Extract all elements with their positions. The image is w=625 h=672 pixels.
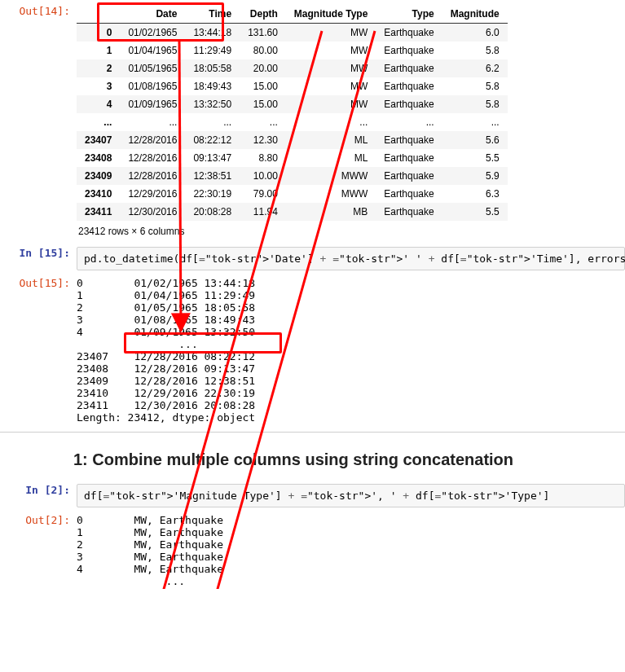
table-row: 2340812/28/201609:13:478.80MLEarthquake5… [77,149,508,167]
table-row: 2341012/29/201622:30:1979.00MWWEarthquak… [77,185,508,203]
prompt-in-15: In [15]: [3,244,77,259]
prompt-out-15: Out[15]: [3,274,77,289]
cell-out-15: Out[15]: 0 01/02/1965 13:44:18 1 01/04/1… [0,272,625,425]
table-row: ..................... [77,113,508,131]
table-row: 001/02/196513:44:18131.60MWEarthquake6.0 [77,24,508,42]
code-input-15[interactable]: pd.to_datetime(df[="tok-str">'Date'] + =… [77,247,625,270]
section-heading-1: 1: Combine multiple columns using string… [73,450,625,469]
table-row: 201/05/196518:05:5820.00MWEarthquake6.2 [77,59,508,77]
code-input-2[interactable]: df[="tok-str">'Magnitude Type'] + ="tok-… [77,484,625,507]
col-mag-type: Magnitude Type [286,5,376,24]
col-time: Time [185,5,240,24]
col-depth: Depth [240,5,286,24]
dataframe-table: Date Time Depth Magnitude Type Type Magn… [77,5,508,221]
divider [0,432,625,433]
dataframe-shape-caption: 23412 rows × 6 columns [77,221,625,240]
table-row: 2340712/28/201608:22:1212.30MLEarthquake… [77,131,508,149]
cell-in-15: In [15]: pd.to_datetime(df[="tok-str">'D… [0,242,625,272]
table-row: 101/04/196511:29:4980.00MWEarthquake5.8 [77,42,508,59]
table-row: 301/08/196518:49:4315.00MWEarthquake5.8 [77,77,508,95]
col-type: Type [376,5,442,24]
table-row: 2340912/28/201612:38:5110.00MWWEarthquak… [77,167,508,185]
prompt-in-2: In [2]: [3,481,77,496]
table-row: 2341112/30/201620:08:2811.94MBEarthquake… [77,203,508,221]
cell-out-14: Out[14]: Date Time Depth Magnitude Type … [0,0,625,242]
cell-out-2: Out[2]: 0 MW, Earthquake 1 MW, Earthquak… [0,509,625,589]
dataframe-output: Date Time Depth Magnitude Type Type Magn… [77,2,625,240]
prompt-out-14: Out[14]: [3,2,77,17]
table-row: 401/09/196513:32:5015.00MWEarthquake5.8 [77,95,508,113]
series-output-2: 0 MW, Earthquake 1 MW, Earthquake 2 MW, … [77,514,625,587]
cell-in-2: In [2]: df[="tok-str">'Magnitude Type'] … [0,479,625,509]
series-output-15: 0 01/02/1965 13:44:18 1 01/04/1965 11:29… [77,277,625,424]
col-date: Date [120,5,185,24]
col-magnitude: Magnitude [442,5,508,24]
prompt-out-2: Out[2]: [3,511,77,526]
